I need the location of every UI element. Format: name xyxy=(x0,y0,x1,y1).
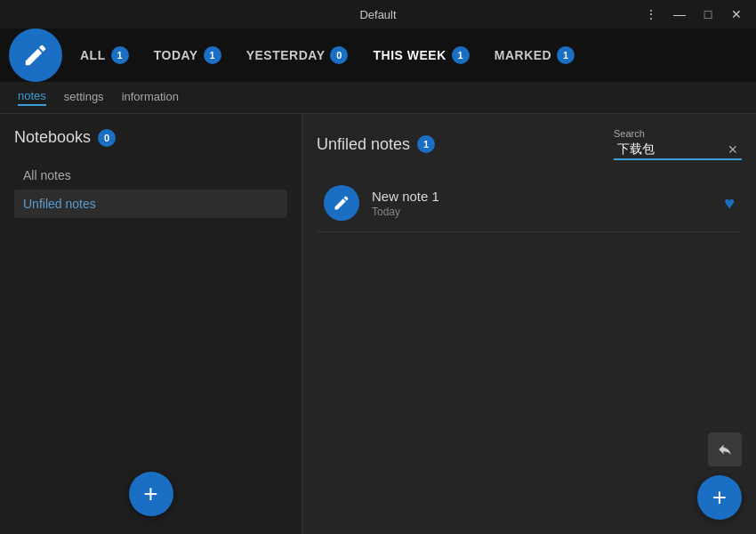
notebooks-section-title: Notebooks 0 xyxy=(14,128,287,147)
add-note-button[interactable]: + xyxy=(697,475,742,520)
search-input-wrap: ✕ xyxy=(614,141,742,160)
maximize-button[interactable]: □ xyxy=(696,4,720,24)
right-header: Unfiled notes 1 Search ✕ xyxy=(317,128,742,160)
sub-tabs: notes settings information xyxy=(0,82,756,114)
add-notebook-button[interactable]: + xyxy=(129,472,173,516)
export-icon xyxy=(717,441,733,457)
pencil-icon xyxy=(22,42,49,69)
nav-bar: ALL 1 TODAY 1 YESTERDAY 0 THIS WEEK 1 MA… xyxy=(0,28,756,82)
tab-yesterday[interactable]: YESTERDAY 0 xyxy=(237,41,358,69)
menu-dots-button[interactable]: ⋮ xyxy=(639,4,664,24)
subtab-information[interactable]: information xyxy=(122,90,179,105)
subtab-notes[interactable]: notes xyxy=(18,89,46,106)
nav-tabs: ALL 1 TODAY 1 YESTERDAY 0 THIS WEEK 1 MA… xyxy=(71,41,756,69)
subtab-settings[interactable]: settings xyxy=(64,90,104,105)
note-item[interactable]: New note 1 Today ♥ xyxy=(317,174,742,232)
search-clear-button[interactable]: ✕ xyxy=(728,142,738,157)
minimize-button[interactable]: — xyxy=(667,4,692,24)
tab-marked[interactable]: MARKED 1 xyxy=(486,41,583,69)
note-date: Today xyxy=(372,206,712,218)
right-panel: Unfiled notes 1 Search ✕ New note 1 Toda… xyxy=(302,114,756,534)
left-panel: Notebooks 0 All notes Unfiled notes + xyxy=(0,114,302,534)
main-content: Notebooks 0 All notes Unfiled notes + Un… xyxy=(0,114,756,534)
search-container: Search ✕ xyxy=(614,128,742,160)
note-pencil-icon xyxy=(333,194,350,212)
note-icon xyxy=(324,185,359,221)
note-heart-icon[interactable]: ♥ xyxy=(724,193,735,214)
tab-today[interactable]: TODAY 1 xyxy=(145,41,230,69)
tab-all[interactable]: ALL 1 xyxy=(71,41,138,69)
tab-thisweek[interactable]: THIS WEEK 1 xyxy=(364,41,478,69)
note-info: New note 1 Today xyxy=(372,189,712,218)
close-button[interactable]: ✕ xyxy=(724,4,749,24)
app-logo[interactable] xyxy=(9,28,62,82)
note-title: New note 1 xyxy=(372,189,712,204)
unfiled-notes-item[interactable]: Unfiled notes xyxy=(14,190,287,218)
all-notes-item[interactable]: All notes xyxy=(14,161,287,190)
notebook-list: All notes Unfiled notes xyxy=(14,161,287,218)
title-bar: Default ⋮ — □ ✕ xyxy=(0,0,756,28)
title-bar-title: Default xyxy=(359,8,396,21)
search-input[interactable] xyxy=(617,142,724,157)
bottom-right-buttons: + xyxy=(697,433,742,520)
search-label: Search xyxy=(614,128,742,139)
unfiled-notes-title: Unfiled notes 1 xyxy=(317,135,435,154)
export-button[interactable] xyxy=(708,433,742,466)
